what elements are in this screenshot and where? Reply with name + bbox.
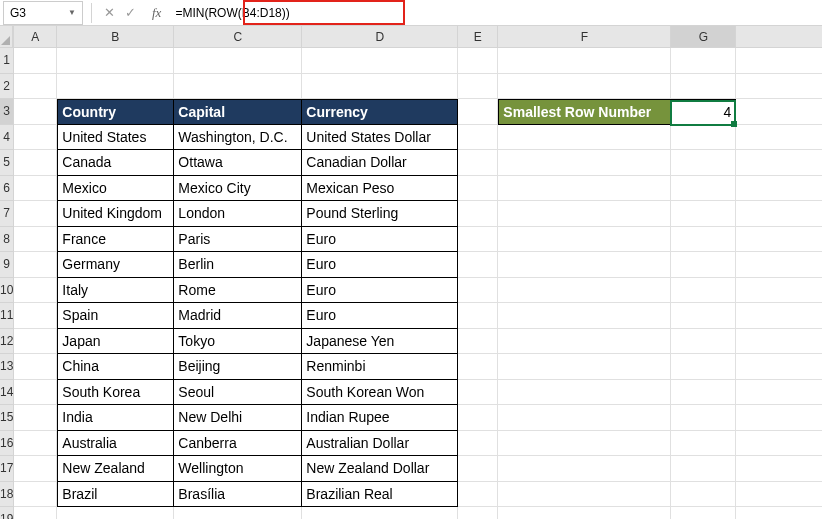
table-cell-capital[interactable]: Mexico City [174, 176, 302, 202]
cell[interactable] [671, 278, 736, 304]
name-box-dropdown-icon[interactable]: ▼ [68, 8, 76, 17]
cell[interactable] [498, 201, 671, 227]
table-cell-currency[interactable]: Indian Rupee [302, 405, 458, 431]
table-cell-country[interactable]: France [57, 227, 174, 253]
table-cell-capital[interactable]: Berlin [174, 252, 302, 278]
cell[interactable] [14, 405, 57, 431]
table-cell-capital[interactable]: Washington, D.C. [174, 125, 302, 151]
col-header[interactable]: G [671, 26, 736, 47]
table-cell-currency[interactable]: Euro [302, 303, 458, 329]
row-header[interactable]: 12 [0, 329, 13, 355]
cell[interactable] [736, 456, 822, 482]
table-cell-currency[interactable]: Mexican Peso [302, 176, 458, 202]
cancel-icon[interactable]: ✕ [104, 5, 115, 20]
cell[interactable] [14, 99, 57, 125]
cell[interactable] [671, 507, 736, 519]
table-cell-currency[interactable]: United States Dollar [302, 125, 458, 151]
row-header[interactable]: 19 [0, 507, 13, 519]
cell[interactable] [458, 329, 498, 355]
row-header[interactable]: 17 [0, 456, 13, 482]
cell[interactable] [498, 150, 671, 176]
cell[interactable] [671, 227, 736, 253]
table-cell-country[interactable]: Japan [57, 329, 174, 355]
cell[interactable] [458, 201, 498, 227]
cells-area[interactable]: CountryCapitalCurrencySmallest Row Numbe… [14, 48, 822, 519]
row-header[interactable]: 13 [0, 354, 13, 380]
cell[interactable] [736, 329, 822, 355]
cell[interactable] [458, 482, 498, 508]
row-header[interactable]: 14 [0, 380, 13, 406]
cell[interactable] [14, 125, 57, 151]
cell[interactable] [458, 354, 498, 380]
cell[interactable] [671, 74, 736, 100]
table-cell-country[interactable]: United States [57, 125, 174, 151]
cell[interactable] [498, 303, 671, 329]
cell[interactable] [498, 74, 671, 100]
cell[interactable] [458, 99, 498, 125]
cell[interactable] [498, 176, 671, 202]
cell[interactable] [736, 303, 822, 329]
cell[interactable] [458, 405, 498, 431]
cell[interactable] [736, 507, 822, 519]
cell[interactable] [671, 329, 736, 355]
result-label-cell[interactable]: Smallest Row Number [498, 99, 671, 125]
cell[interactable] [458, 176, 498, 202]
table-cell-currency[interactable]: Renminbi [302, 354, 458, 380]
row-header[interactable]: 18 [0, 482, 13, 508]
table-cell-country[interactable]: Canada [57, 150, 174, 176]
cell[interactable] [458, 227, 498, 253]
cell[interactable] [736, 201, 822, 227]
cell[interactable] [14, 329, 57, 355]
cell[interactable] [498, 278, 671, 304]
table-cell-country[interactable]: China [57, 354, 174, 380]
table-cell-currency[interactable]: Euro [302, 227, 458, 253]
cell[interactable] [736, 354, 822, 380]
cell[interactable] [736, 405, 822, 431]
cell[interactable] [14, 507, 57, 519]
cell[interactable] [498, 380, 671, 406]
cell[interactable] [14, 431, 57, 457]
table-cell-country[interactable]: Italy [57, 278, 174, 304]
cell[interactable] [458, 303, 498, 329]
enter-icon[interactable]: ✓ [125, 5, 136, 20]
cell[interactable] [736, 125, 822, 151]
cell[interactable] [498, 507, 671, 519]
table-cell-capital[interactable]: Beijing [174, 354, 302, 380]
table-cell-currency[interactable]: Canadian Dollar [302, 150, 458, 176]
cell[interactable] [498, 329, 671, 355]
cell[interactable] [302, 48, 458, 74]
table-cell-country[interactable]: Mexico [57, 176, 174, 202]
table-cell-currency[interactable]: Euro [302, 252, 458, 278]
row-header[interactable]: 1 [0, 48, 13, 74]
cell[interactable] [671, 456, 736, 482]
table-cell-currency[interactable]: Pound Sterling [302, 201, 458, 227]
cell[interactable] [302, 507, 458, 519]
row-header[interactable]: 6 [0, 176, 13, 202]
cell[interactable] [302, 74, 458, 100]
cell[interactable] [736, 252, 822, 278]
cell[interactable] [498, 48, 671, 74]
cell[interactable] [458, 278, 498, 304]
table-cell-capital[interactable]: Madrid [174, 303, 302, 329]
col-header[interactable]: D [302, 26, 458, 47]
cell[interactable] [671, 354, 736, 380]
table-cell-country[interactable]: United Kingdom [57, 201, 174, 227]
cell[interactable] [57, 74, 174, 100]
cell[interactable] [458, 431, 498, 457]
col-header[interactable]: E [458, 26, 498, 47]
table-cell-currency[interactable]: South Korean Won [302, 380, 458, 406]
table-cell-currency[interactable]: Brazilian Real [302, 482, 458, 508]
result-value-cell[interactable]: 4 [671, 99, 736, 125]
row-header[interactable]: 15 [0, 405, 13, 431]
row-header[interactable]: 4 [0, 125, 13, 151]
cell[interactable] [736, 482, 822, 508]
cell[interactable] [14, 482, 57, 508]
row-header[interactable]: 10 [0, 278, 13, 304]
table-header-currency[interactable]: Currency [302, 99, 458, 125]
cell[interactable] [14, 74, 57, 100]
cell[interactable] [458, 125, 498, 151]
cell[interactable] [671, 176, 736, 202]
cell[interactable] [671, 482, 736, 508]
table-header-country[interactable]: Country [57, 99, 174, 125]
row-header[interactable]: 9 [0, 252, 13, 278]
